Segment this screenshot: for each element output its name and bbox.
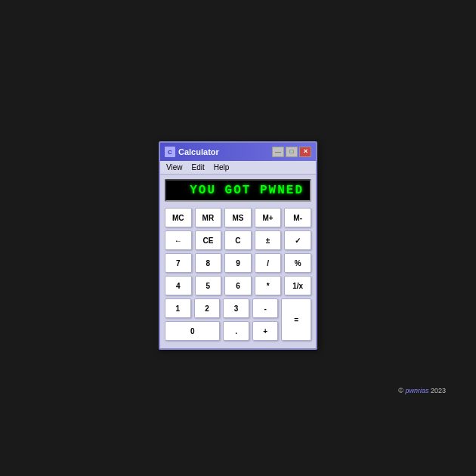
window-title: Calculator bbox=[178, 147, 219, 156]
menu-view[interactable]: View bbox=[165, 162, 184, 172]
btn-percent[interactable]: % bbox=[284, 253, 311, 273]
btn-minus[interactable]: - bbox=[252, 298, 279, 318]
menu-edit[interactable]: Edit bbox=[190, 162, 206, 172]
tshirt-container: C Calculator — □ ✕ View Edit Help YOU GO… bbox=[0, 0, 476, 476]
row-456: 4 5 6 * 1/x bbox=[165, 276, 311, 295]
btn-7[interactable]: 7 bbox=[165, 253, 192, 273]
btn-dot[interactable]: . bbox=[223, 321, 249, 341]
display-value: YOU GOT PWNED bbox=[190, 184, 304, 197]
btn-ms[interactable]: MS bbox=[224, 208, 252, 227]
copyright-prefix: © bbox=[398, 387, 403, 394]
calculator-icon: C bbox=[165, 147, 175, 157]
maximize-button[interactable]: □ bbox=[286, 147, 298, 157]
clear-row: ← CE C ± ✓ bbox=[165, 230, 311, 250]
btn-mc[interactable]: MC bbox=[165, 208, 192, 227]
btn-9[interactable]: 9 bbox=[224, 253, 252, 273]
btn-ce[interactable]: CE bbox=[195, 230, 222, 250]
btn-5[interactable]: 5 bbox=[195, 276, 222, 295]
btn-6[interactable]: 6 bbox=[224, 276, 252, 295]
btn-4[interactable]: 4 bbox=[165, 276, 192, 295]
display: YOU GOT PWNED bbox=[165, 179, 311, 202]
btn-sqrt[interactable]: ✓ bbox=[284, 230, 311, 250]
btn-equals[interactable]: = bbox=[281, 298, 311, 341]
btn-plusminus[interactable]: ± bbox=[255, 230, 282, 250]
btn-multiply[interactable]: * bbox=[255, 276, 282, 295]
btn-8[interactable]: 8 bbox=[195, 253, 222, 273]
minimize-button[interactable]: — bbox=[272, 147, 284, 157]
row-789: 7 8 9 / % bbox=[165, 253, 311, 273]
btn-back[interactable]: ← bbox=[165, 230, 192, 250]
btn-2[interactable]: 2 bbox=[194, 298, 221, 318]
title-buttons: — □ ✕ bbox=[272, 147, 311, 157]
btn-3[interactable]: 3 bbox=[223, 298, 249, 318]
btn-0[interactable]: 0 bbox=[165, 321, 220, 341]
row-0dot: 0 . + bbox=[165, 321, 278, 341]
buttons-area: MC MR MS M+ M- ← CE C ± ✓ 7 8 9 / % bbox=[160, 205, 316, 348]
close-button[interactable]: ✕ bbox=[299, 147, 311, 157]
btn-mminus[interactable]: M- bbox=[284, 208, 311, 227]
btn-divide[interactable]: / bbox=[255, 253, 282, 273]
btn-plus[interactable]: + bbox=[252, 321, 278, 341]
btn-c[interactable]: C bbox=[224, 230, 252, 250]
menu-help[interactable]: Help bbox=[212, 162, 231, 172]
copyright-year: 2023 bbox=[431, 387, 446, 394]
row-123: 1 2 3 - bbox=[165, 298, 278, 318]
btn-reciprocal[interactable]: 1/x bbox=[284, 276, 311, 295]
calculator-icon-label: C bbox=[168, 149, 172, 156]
title-bar: C Calculator — □ ✕ bbox=[160, 143, 316, 161]
copyright-brand: pwnrias bbox=[405, 387, 428, 394]
copyright: © pwnrias 2023 bbox=[398, 387, 446, 394]
title-bar-left: C Calculator bbox=[165, 147, 219, 157]
memory-row: MC MR MS M+ M- bbox=[165, 208, 311, 227]
btn-1[interactable]: 1 bbox=[165, 298, 191, 318]
btn-mplus[interactable]: M+ bbox=[255, 208, 282, 227]
menu-bar: View Edit Help bbox=[160, 161, 316, 175]
calculator-window: C Calculator — □ ✕ View Edit Help YOU GO… bbox=[159, 141, 317, 350]
btn-mr[interactable]: MR bbox=[195, 208, 222, 227]
